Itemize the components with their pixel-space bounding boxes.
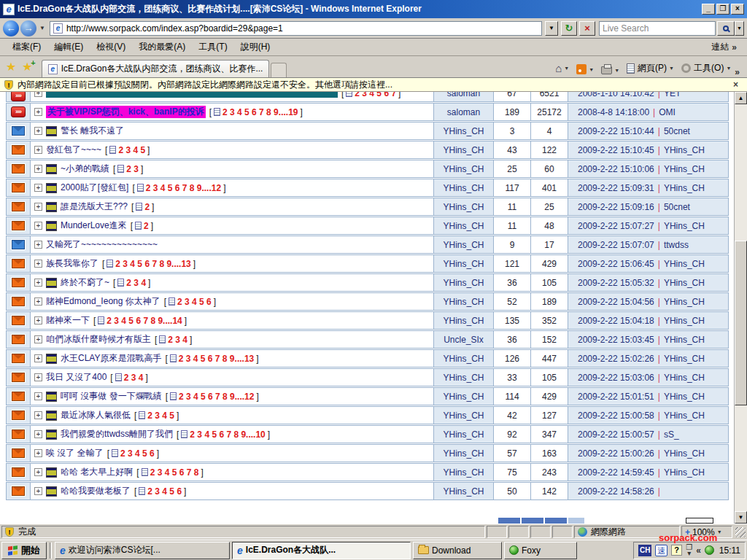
menu-view[interactable]: 檢視(V) <box>90 39 132 55</box>
expand-button[interactable]: + <box>34 92 42 97</box>
information-bar[interactable]: ! 內部網路設定目前已根據預設關閉。內部網路設定比網際網路設定還不安全。其他選項… <box>0 78 747 92</box>
page-links[interactable]: [2 3 4 5 6 ] <box>107 448 159 459</box>
menu-favorites[interactable]: 我的最愛(A) <box>132 39 192 55</box>
topic-title-link[interactable]: 哈哈我要做老板了 <box>61 485 131 497</box>
topic-author-cell[interactable]: YHins_CH <box>433 274 493 291</box>
search-input[interactable]: Live Search <box>599 21 716 36</box>
lastpost-author[interactable]: 50cnet <box>664 202 690 212</box>
topic-title-link[interactable]: 唉 沒了 全輸了 <box>46 447 104 459</box>
page-numbers[interactable]: 2 <box>144 202 150 212</box>
page-links[interactable]: [2 3 4 5 6 7 8 9....12 ] <box>166 392 259 402</box>
expand-button[interactable]: + <box>34 108 42 116</box>
scroll-up-button[interactable]: ▲ <box>735 92 747 104</box>
topic-author-cell[interactable]: YHins_CH <box>433 236 493 253</box>
page-links[interactable]: [2 3 4 5 ] <box>134 411 179 421</box>
page-numbers[interactable]: 2 3 4 5 <box>147 411 174 421</box>
lastpost-author[interactable]: YET <box>664 92 681 98</box>
page-numbers[interactable]: 2 3 4 5 6 7 8 9....12 <box>179 392 254 402</box>
lastpost-author[interactable]: YHins_CH <box>664 354 705 364</box>
add-favorite-icon[interactable]: ★ <box>22 60 32 74</box>
lastpost-author[interactable]: 50cnet <box>664 126 690 136</box>
expand-button[interactable]: + <box>34 430 42 438</box>
ime-language-indicator[interactable]: CH <box>638 545 651 556</box>
topic-author-cell[interactable]: YHins_CH <box>433 198 493 215</box>
expand-button[interactable]: + <box>34 354 42 362</box>
topic-title-link[interactable]: 我們親愛的ttwdss離開了我們 <box>61 428 173 440</box>
topic-author-cell[interactable]: YHins_CH <box>433 483 493 499</box>
favorites-center-icon[interactable]: ★ <box>6 60 16 74</box>
topic-author-cell[interactable]: YHins_CH <box>433 160 493 177</box>
expand-button[interactable]: + <box>34 203 42 211</box>
topic-title-link[interactable]: 終於不窮了~ <box>61 276 109 289</box>
lastpost-author[interactable]: ttwdss <box>664 240 689 250</box>
topic-author-cell[interactable]: YHins_CH <box>433 179 493 196</box>
expand-button[interactable]: + <box>34 411 42 419</box>
lastpost-author[interactable]: YHins_CH <box>664 448 705 459</box>
resize-grip[interactable] <box>735 527 746 537</box>
page-numbers[interactable]: 2 3 4 5 6 <box>177 297 212 307</box>
lastpost-author[interactable]: YHins_CH <box>664 259 705 269</box>
topic-author-cell[interactable]: YHins_CH <box>433 293 493 310</box>
close-button[interactable]: × <box>731 4 744 15</box>
expand-button[interactable]: + <box>34 392 42 400</box>
lastpost-author[interactable]: YHins_CH <box>664 467 705 478</box>
url-field[interactable]: e http://www.sorpack.com/index.asp?board… <box>50 21 542 36</box>
topic-author-cell[interactable]: YHins_CH <box>433 464 493 481</box>
page-numbers[interactable]: 2 <box>144 221 149 231</box>
expand-button[interactable]: + <box>34 487 42 495</box>
back-button[interactable]: ← <box>3 20 19 36</box>
lastpost-author[interactable]: YHins_CH <box>664 373 705 383</box>
feeds-button[interactable]: ▼ <box>576 64 594 74</box>
page-links[interactable]: [2 3 ] <box>113 164 143 174</box>
topic-title-link[interactable]: 水王CLAY原來是混戰高手 <box>61 352 161 365</box>
topic-author-cell[interactable]: YHins_CH <box>433 407 493 424</box>
ime-help-icon[interactable]: ? <box>671 545 682 556</box>
taskbar-task-4[interactable]: Foxy <box>504 542 577 559</box>
topic-title-link[interactable]: ~小弟的戰績 <box>61 163 109 175</box>
lastpost-author[interactable]: OMI <box>659 107 676 117</box>
expand-button[interactable]: + <box>34 335 42 343</box>
page-numbers[interactable]: 2 3 4 5 6 7 8 9....14 <box>107 316 182 326</box>
topic-title-link[interactable]: 最近冰隊人氣很低 <box>61 409 131 421</box>
page-links[interactable]: [2 3 4 5 6 7 8 9....14 ] <box>93 316 187 326</box>
stop-button[interactable]: × <box>579 21 595 36</box>
lastpost-author[interactable]: YHins_CH <box>664 392 705 402</box>
lastpost-author[interactable]: YHins_CH <box>664 335 705 345</box>
topic-author-cell[interactable]: YHins_CH <box>433 217 493 234</box>
topic-title-link[interactable]: 賭神Edmond_Ieong 你太神了 <box>46 295 160 308</box>
topic-author-cell[interactable]: YHins_CH <box>433 350 493 367</box>
topic-title-link[interactable]: 族長我靠你了 <box>46 257 98 270</box>
menu-help[interactable]: 說明(H) <box>234 39 277 55</box>
information-bar-text[interactable]: 內部網路設定目前已根據預設關閉。內部網路設定比網際網路設定還不安全。其他選項請按… <box>18 79 729 91</box>
url-history-dropdown[interactable]: ▼ <box>545 21 558 36</box>
command-overflow-chevron[interactable]: » <box>735 67 744 77</box>
search-options-dropdown[interactable]: ▼ <box>735 21 744 36</box>
topic-title-link[interactable]: 我日 又沒了400 <box>46 371 107 384</box>
lastpost-author[interactable]: YHins_CH <box>664 183 705 193</box>
topic-author-cell[interactable]: Uncle_SIx <box>433 331 493 348</box>
expand-button[interactable]: + <box>34 373 42 381</box>
page-links[interactable]: [2 ] <box>131 202 154 212</box>
topic-author-cell[interactable]: YHins_CH <box>433 255 493 272</box>
page-numbers[interactable]: 2 3 4 5 6 7 8 9....12 <box>146 183 221 193</box>
page-numbers[interactable]: 2 3 4 5 6 7 <box>355 92 396 98</box>
expand-button[interactable]: + <box>34 241 42 249</box>
vertical-scrollbar[interactable]: ▲ ▼ <box>734 92 747 524</box>
page-numbers[interactable]: 2 3 <box>126 164 139 174</box>
topic-author-cell[interactable]: YHins_CH <box>433 312 493 329</box>
topic-title-link[interactable]: MunderLove進來 <box>61 219 127 232</box>
restore-button[interactable]: ❐ <box>716 4 729 15</box>
page-links[interactable]: [2 3 4 5 6 7 8 9....12 ] <box>132 183 225 193</box>
page-links[interactable]: [2 3 4 5 6 7 8 ] <box>136 467 203 478</box>
tray-foxy-icon[interactable] <box>705 545 714 555</box>
expand-button[interactable]: + <box>34 222 42 230</box>
scrollbar-thumb[interactable] <box>735 241 747 405</box>
lastpost-author[interactable]: YHins_CH <box>664 164 705 174</box>
menu-file[interactable]: 檔案(F) <box>6 39 47 55</box>
ime-mode-icon[interactable]: 速 <box>655 545 667 556</box>
topic-title-link[interactable]: 警长 離我不遠了 <box>61 125 124 137</box>
lastpost-author[interactable]: YHins_CH <box>664 316 705 326</box>
page-links[interactable]: [2 3 4 5 6 ] <box>164 297 216 307</box>
topic-title-link[interactable]: 賭神來一下 <box>46 314 90 327</box>
page-numbers[interactable]: 2 3 4 5 6 7 8 <box>150 467 199 478</box>
